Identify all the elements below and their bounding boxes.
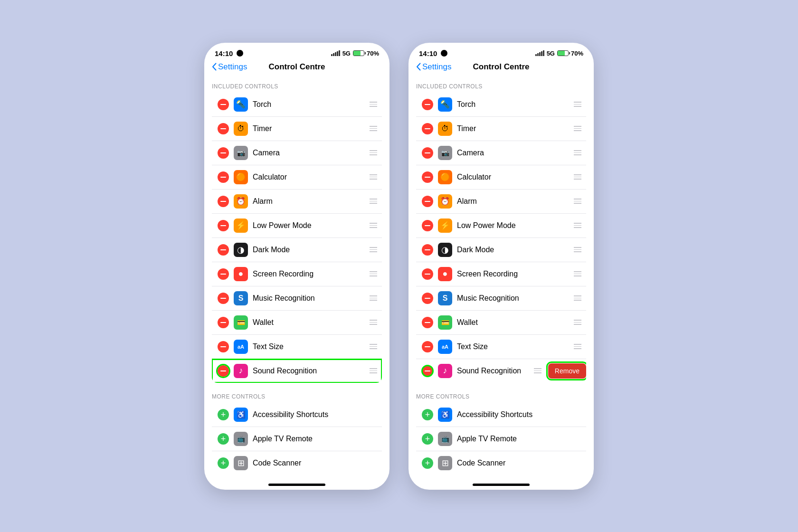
remove-minus-button-darkmode[interactable]: [218, 244, 229, 256]
add-button-codescanner[interactable]: +: [218, 457, 229, 469]
add-button-accessibility[interactable]: +: [218, 409, 229, 420]
list-item-torch: Torch: [416, 93, 586, 117]
remove-button-soundrec[interactable]: Remove: [548, 363, 586, 379]
remove-minus-button-screenrec[interactable]: [218, 268, 229, 280]
drag-handle-icon[interactable]: [367, 102, 376, 107]
remove-minus-button-calculator[interactable]: [218, 171, 229, 183]
remove-minus-button-lowpower[interactable]: [422, 220, 433, 231]
remove-minus-button-alarm[interactable]: [218, 196, 229, 207]
remove-minus-button-textsize[interactable]: [218, 341, 229, 352]
codescanner-icon: [438, 456, 452, 470]
remove-minus-button-wallet[interactable]: [218, 317, 229, 328]
drag-handle-icon[interactable]: [367, 271, 376, 276]
darkmode-label: Dark Mode: [253, 246, 367, 254]
remove-minus-button-screenrec[interactable]: [422, 268, 433, 280]
add-button-accessibility[interactable]: +: [422, 409, 433, 420]
home-indicator: [473, 484, 530, 486]
drag-handle-icon[interactable]: [571, 223, 580, 228]
list-item-timer: Timer: [416, 117, 586, 141]
list-item-textsize: Text Size: [212, 335, 382, 359]
drag-handle-icon[interactable]: [367, 320, 376, 325]
drag-handle-icon[interactable]: [571, 320, 580, 325]
page-wrapper: 14:105G70%SettingsControl CentreINCLUDED…: [0, 24, 798, 509]
drag-handle-icon[interactable]: [367, 368, 376, 373]
more-controls-list: +Accessibility Shortcuts+Apple TV Remote…: [212, 403, 382, 475]
remove-minus-button-soundrec[interactable]: [218, 365, 229, 377]
remove-minus-button-musicrec[interactable]: [422, 293, 433, 304]
drag-handle-icon[interactable]: [367, 174, 376, 180]
more-list-item-codescanner: +Code Scanner: [416, 451, 586, 475]
remove-minus-button-torch[interactable]: [218, 99, 229, 110]
chevron-left-icon: [416, 63, 421, 71]
remove-minus-button-wallet[interactable]: [422, 317, 433, 328]
drag-handle-icon[interactable]: [367, 344, 376, 349]
back-label: Settings: [422, 62, 451, 72]
more-list-item-codescanner: +Code Scanner: [212, 451, 382, 475]
camera-label: Camera: [253, 149, 367, 157]
musicrec-label: Music Recognition: [253, 294, 367, 303]
signal-bars-icon: [535, 50, 544, 56]
page-title: Control Centre: [473, 62, 530, 72]
more-list-item-accessibility: +Accessibility Shortcuts: [416, 403, 586, 427]
drag-handle-icon[interactable]: [367, 199, 376, 204]
signal-label: 5G: [342, 50, 351, 57]
add-button-appletv[interactable]: +: [422, 433, 433, 445]
drag-handle-icon[interactable]: [571, 174, 580, 180]
dynamic-island: [441, 50, 447, 57]
drag-handle-icon[interactable]: [531, 368, 541, 373]
soundrec-label: Sound Recognition: [253, 367, 367, 375]
drag-handle-icon[interactable]: [367, 150, 376, 155]
page-title: Control Centre: [269, 62, 325, 72]
add-button-codescanner[interactable]: +: [422, 457, 433, 469]
add-button-appletv[interactable]: +: [218, 433, 229, 445]
drag-handle-icon[interactable]: [571, 199, 580, 204]
list-item-soundrec: Sound RecognitionRemove: [416, 359, 586, 383]
appletv-label: Apple TV Remote: [253, 435, 376, 443]
remove-minus-button-alarm[interactable]: [422, 196, 433, 207]
alarm-icon: [234, 194, 248, 209]
remove-minus-button-timer[interactable]: [422, 123, 433, 134]
remove-minus-button-lowpower[interactable]: [218, 220, 229, 231]
drag-handle-icon[interactable]: [571, 295, 580, 301]
textsize-icon: [438, 340, 452, 354]
drag-handle-icon[interactable]: [571, 150, 580, 155]
remove-minus-button-musicrec[interactable]: [218, 293, 229, 304]
phone-right: 14:105G70%SettingsControl CentreINCLUDED…: [408, 43, 594, 490]
alarm-label: Alarm: [457, 197, 571, 206]
list-item-torch: Torch: [212, 93, 382, 117]
remove-minus-button-torch[interactable]: [422, 99, 433, 110]
drag-handle-icon[interactable]: [367, 247, 376, 252]
appletv-icon: [234, 432, 248, 446]
drag-handle-icon[interactable]: [367, 126, 376, 131]
list-item-musicrec: Music Recognition: [212, 286, 382, 311]
remove-minus-button-camera[interactable]: [422, 147, 433, 159]
remove-minus-button-soundrec[interactable]: [422, 365, 433, 377]
remove-minus-button-calculator[interactable]: [422, 171, 433, 183]
drag-handle-icon[interactable]: [571, 271, 580, 276]
back-button[interactable]: Settings: [212, 62, 247, 72]
back-button[interactable]: Settings: [416, 62, 451, 72]
drag-handle-icon[interactable]: [367, 223, 376, 228]
accessibility-icon: [438, 408, 452, 422]
status-bar: 14:105G70%: [408, 43, 594, 60]
drag-handle-icon[interactable]: [571, 344, 580, 349]
camera-icon: [438, 146, 452, 160]
remove-minus-button-timer[interactable]: [218, 123, 229, 134]
dynamic-island: [237, 50, 243, 57]
list-item-darkmode: Dark Mode: [416, 238, 586, 262]
status-right: 5G70%: [535, 50, 583, 57]
drag-handle-icon[interactable]: [367, 295, 376, 301]
textsize-icon: [234, 340, 248, 354]
more-controls-list: +Accessibility Shortcuts+Apple TV Remote…: [416, 403, 586, 475]
remove-minus-button-textsize[interactable]: [422, 341, 433, 352]
darkmode-label: Dark Mode: [457, 246, 571, 254]
drag-handle-icon[interactable]: [571, 247, 580, 252]
calculator-label: Calculator: [253, 173, 367, 181]
timer-icon: [438, 122, 452, 136]
screenrec-icon: [234, 267, 248, 281]
remove-minus-button-camera[interactable]: [218, 147, 229, 159]
musicrec-label: Music Recognition: [457, 294, 571, 303]
drag-handle-icon[interactable]: [571, 126, 580, 131]
remove-minus-button-darkmode[interactable]: [422, 244, 433, 256]
drag-handle-icon[interactable]: [571, 102, 580, 107]
